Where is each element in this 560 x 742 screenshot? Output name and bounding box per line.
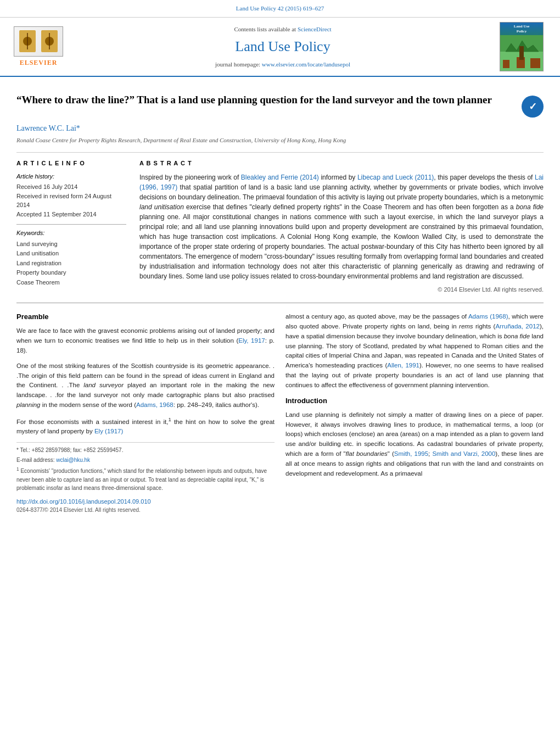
affiliation-line: Ronald Coase Centre for Property Rights … (16, 136, 544, 144)
ely-link-1[interactable]: Ely, 1917 (238, 337, 265, 344)
divider-line (16, 224, 126, 225)
footnote-email: E-mail address: wclai@hku.hk (16, 456, 275, 464)
article-title: “Where to draw the line?” That is a land… (16, 93, 522, 107)
crossmark-badge: ✓ (522, 96, 544, 118)
adams-link[interactable]: Adams, 1968 (136, 401, 173, 408)
svg-rect-9 (503, 60, 509, 68)
homepage-label: journal homepage: (215, 61, 262, 68)
adams-link-2[interactable]: Adams (1968) (468, 313, 508, 320)
elsevier-logo: ELSEVIER (11, 26, 66, 68)
page-wrapper: Land Use Policy 42 (2015) 619–627 ELSEVI… (0, 0, 560, 742)
main-content: “Where to draw the line?” That is a land… (0, 77, 560, 525)
journal-cover: Land UsePolicy (500, 22, 544, 71)
sciencedirect-link[interactable]: ScienceDirect (298, 26, 332, 32)
svg-rect-11 (530, 58, 540, 68)
header-content: ELSEVIER Contents lists available at Sci… (0, 18, 560, 77)
keyword-1: Land surveying (16, 239, 126, 249)
author-link[interactable]: Lawrence W.C. Lai* (16, 124, 80, 132)
footnote-1: 1 Economists' "production functions," wh… (16, 466, 275, 492)
body-divider (16, 303, 544, 303)
body-right-col: almost a century ago, as quoted above, m… (285, 312, 544, 514)
abstract-label: A B S T R A C T (139, 159, 544, 168)
bleakley-link[interactable]: Bleakley and Ferrie (2014) (241, 174, 319, 181)
copyright-footer: 0264-8377/© 2014 Elsevier Ltd. All right… (16, 506, 275, 514)
keyword-2: Land unitisation (16, 249, 126, 259)
email-link[interactable]: wclai@hku.hk (56, 457, 90, 463)
body-two-col: Preamble We are face to face with the gr… (16, 312, 544, 514)
contents-label: Contents lists available at (234, 26, 297, 32)
accepted-date: Accepted 11 September 2014 (16, 210, 126, 219)
footnote-section: * Tel.: +852 28597988; fax: +852 2559945… (16, 442, 275, 514)
preamble-para3: For those economists with a sustained in… (16, 416, 275, 437)
preamble-heading: Preamble (16, 312, 275, 322)
history-group: Article history: Received 16 July 2014 R… (16, 172, 126, 219)
footnote-asterisk: * Tel.: +852 28597988; fax: +852 2559945… (16, 446, 275, 454)
keyword-4: Property boundary (16, 268, 126, 278)
article-info-label: A R T I C L E I N F O (16, 159, 126, 168)
cover-image-area (500, 35, 543, 71)
received-date: Received 16 July 2014 (16, 182, 126, 192)
copyright-line: © 2014 Elsevier Ltd. All rights reserved… (139, 286, 544, 294)
journal-title: Land Use Policy (66, 37, 500, 57)
right-col: A B S T R A C T Inspired by the pioneeri… (139, 159, 544, 294)
top-header: Land Use Policy 42 (2015) 619–627 (0, 0, 560, 18)
preamble-para1: We are face to face with the gravest eco… (16, 326, 275, 355)
left-col: A R T I C L E I N F O Article history: R… (16, 159, 126, 294)
elsevier-box (14, 26, 63, 57)
intro-para: Land use planning is definitely not simp… (285, 410, 544, 479)
libecap-link[interactable]: Libecap and Lueck (2011) (357, 174, 434, 181)
keywords-label: Keywords: (16, 229, 126, 237)
homepage-url[interactable]: www.elsevier.com/locate/landusepol (262, 61, 350, 68)
cover-title-text: Land UsePolicy (513, 23, 531, 35)
homepage-line: journal homepage: www.elsevier.com/locat… (66, 60, 500, 69)
keyword-5: Coase Theorem (16, 278, 126, 288)
svg-text:✓: ✓ (529, 101, 537, 112)
keyword-3: Land registration (16, 259, 126, 269)
lai-link[interactable]: Lai (1996, 1997) (139, 174, 544, 191)
smith-link[interactable]: Smith, 1995 (394, 450, 428, 457)
received-revised-date: Received in revised form 24 August 2014 (16, 192, 126, 210)
doi-link[interactable]: http://dx.doi.org/10.1016/j.landusepol.2… (16, 498, 151, 505)
header-center: Contents lists available at ScienceDirec… (66, 25, 500, 69)
journal-ref: Land Use Policy 42 (2015) 619–627 (0, 4, 560, 13)
ely-link-2[interactable]: Ely (1917) (94, 428, 123, 434)
article-title-section: “Where to draw the line?” That is a land… (16, 88, 544, 118)
smith-varzi-link[interactable]: Smith and Varzi, 2000 (432, 450, 495, 457)
two-col-section: A R T I C L E I N F O Article history: R… (16, 152, 544, 294)
abstract-text: Inspired by the pioneering work of Bleak… (139, 172, 544, 281)
arrunada-link[interactable]: Arruñada, 2012 (495, 323, 540, 330)
svg-rect-12 (519, 46, 524, 60)
elsevier-text: ELSEVIER (20, 58, 58, 68)
allen-link[interactable]: Allen, 1991 (387, 362, 419, 369)
introduction-heading: Introduction (285, 396, 544, 406)
preamble-para2: One of the most striking features of the… (16, 361, 275, 410)
right-para1: almost a century ago, as quoted above, m… (285, 312, 544, 390)
author-line: Lawrence W.C. Lai* (16, 123, 544, 134)
sciencedirect-line: Contents lists available at ScienceDirec… (66, 25, 500, 34)
body-left-col: Preamble We are face to face with the gr… (16, 312, 275, 514)
history-title: Article history: (16, 172, 126, 181)
